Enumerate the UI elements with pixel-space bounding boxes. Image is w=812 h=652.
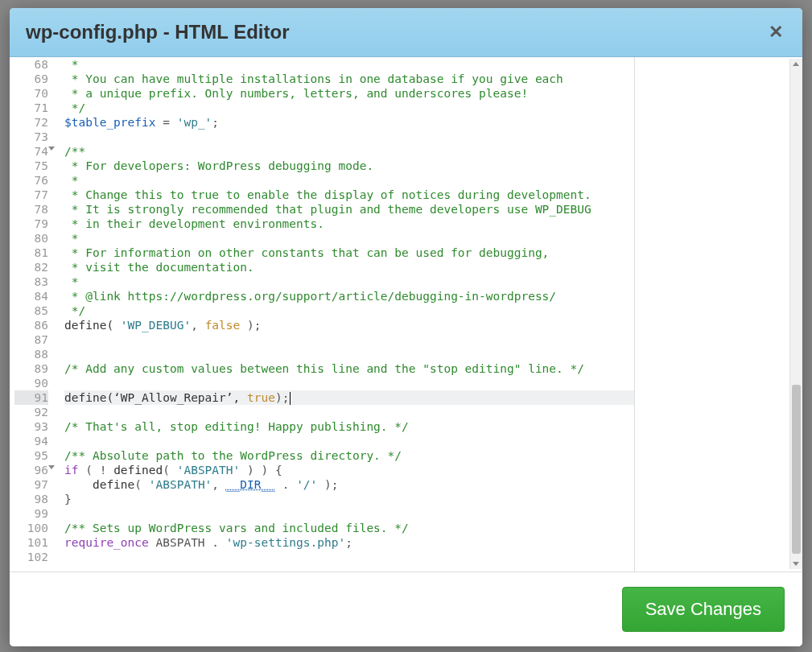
scroll-up-icon[interactable] [793, 62, 799, 66]
code-line[interactable]: /** [64, 144, 634, 159]
titlebar: wp-config.php - HTML Editor ✕ [10, 8, 802, 57]
code-line[interactable]: define(‘WP_Allow_Repair’, true); [64, 390, 634, 405]
code-line[interactable]: * in their development environments. [64, 217, 634, 231]
line-gutter: 6869707172737475767778798081828384858687… [10, 57, 56, 572]
code-line[interactable] [64, 376, 634, 390]
vertical-scrollbar[interactable] [789, 59, 802, 569]
code-line[interactable]: } [64, 492, 634, 506]
line-number: 87 [14, 332, 48, 347]
line-number: 69 [14, 72, 48, 86]
line-number: 76 [14, 173, 48, 188]
code-line[interactable]: * You can have multiple installations in… [64, 72, 634, 86]
code-line[interactable]: * Change this to true to enable the disp… [64, 188, 634, 202]
code-line[interactable] [64, 434, 634, 448]
code-line[interactable]: * visit the documentation. [64, 260, 634, 274]
editor-modal: wp-config.php - HTML Editor ✕ 6869707172… [10, 8, 802, 646]
code-line[interactable]: * [64, 274, 634, 289]
line-number: 84 [14, 289, 48, 303]
line-number: 74 [14, 144, 48, 159]
close-icon[interactable]: ✕ [765, 23, 786, 41]
code-content[interactable]: * * You can have multiple installations … [56, 57, 634, 572]
code-line[interactable]: * [64, 173, 634, 188]
save-button[interactable]: Save Changes [622, 587, 785, 632]
code-line[interactable] [64, 347, 634, 361]
code-line[interactable]: /* Add any custom values between this li… [64, 361, 634, 376]
line-number: 82 [14, 260, 48, 274]
line-number: 75 [14, 159, 48, 173]
code-line[interactable]: /** Sets up WordPress vars and included … [64, 521, 634, 535]
line-number: 73 [14, 130, 48, 144]
line-number: 70 [14, 86, 48, 101]
line-number: 96 [14, 463, 48, 477]
code-line[interactable]: * It is strongly recommended that plugin… [64, 202, 634, 217]
line-number: 79 [14, 217, 48, 231]
text-cursor [290, 392, 291, 405]
line-number: 99 [14, 506, 48, 521]
code-line[interactable]: * For information on other constants tha… [64, 246, 634, 260]
line-number: 90 [14, 376, 48, 390]
code-line[interactable]: * a unique prefix. Only numbers, letters… [64, 86, 634, 101]
code-line[interactable]: * @link https://wordpress.org/support/ar… [64, 289, 634, 303]
code-line[interactable]: $table_prefix = 'wp_'; [64, 115, 634, 130]
code-editor[interactable]: 6869707172737475767778798081828384858687… [10, 57, 635, 572]
line-number: 100 [14, 521, 48, 535]
line-number: 85 [14, 303, 48, 318]
code-line[interactable]: define( 'ABSPATH', __DIR__ . '/' ); [64, 477, 634, 492]
line-number: 68 [14, 57, 48, 72]
code-line[interactable]: /** Absolute path to the WordPress direc… [64, 448, 634, 463]
line-number: 72 [14, 115, 48, 130]
code-line[interactable] [64, 405, 634, 419]
line-number: 95 [14, 448, 48, 463]
code-line[interactable]: /* That's all, stop editing! Happy publi… [64, 419, 634, 434]
line-number: 86 [14, 318, 48, 332]
scroll-thumb[interactable] [792, 385, 801, 554]
fold-toggle-icon[interactable] [48, 465, 55, 469]
line-number: 71 [14, 101, 48, 115]
code-line[interactable]: * For developers: WordPress debugging mo… [64, 159, 634, 173]
line-number: 91 [14, 390, 48, 405]
code-line[interactable]: * [64, 57, 634, 72]
code-line[interactable]: * [64, 231, 634, 246]
line-number: 89 [14, 361, 48, 376]
window-title: wp-config.php - HTML Editor [26, 21, 290, 43]
code-line[interactable]: */ [64, 303, 634, 318]
line-number: 92 [14, 405, 48, 419]
code-line[interactable] [64, 130, 634, 144]
code-line[interactable]: */ [64, 101, 634, 115]
fold-toggle-icon[interactable] [48, 146, 55, 151]
line-number: 97 [14, 477, 48, 492]
scroll-down-icon[interactable] [793, 562, 799, 566]
line-number: 93 [14, 419, 48, 434]
code-line[interactable]: require_once ABSPATH . 'wp-settings.php'… [64, 535, 634, 550]
code-line[interactable] [64, 550, 634, 564]
footer: Save Changes [10, 572, 802, 646]
code-line[interactable]: define( 'WP_DEBUG', false ); [64, 318, 634, 332]
line-number: 77 [14, 188, 48, 202]
code-line[interactable] [64, 332, 634, 347]
line-number: 102 [14, 550, 48, 564]
line-number: 80 [14, 231, 48, 246]
line-number: 78 [14, 202, 48, 217]
code-line[interactable]: if ( ! defined( 'ABSPATH' ) ) { [64, 463, 634, 477]
line-number: 94 [14, 434, 48, 448]
line-number: 101 [14, 535, 48, 550]
line-number: 83 [14, 274, 48, 289]
line-number: 88 [14, 347, 48, 361]
line-number: 98 [14, 492, 48, 506]
editor-body: 6869707172737475767778798081828384858687… [10, 57, 802, 572]
line-number: 81 [14, 246, 48, 260]
code-line[interactable] [64, 506, 634, 521]
